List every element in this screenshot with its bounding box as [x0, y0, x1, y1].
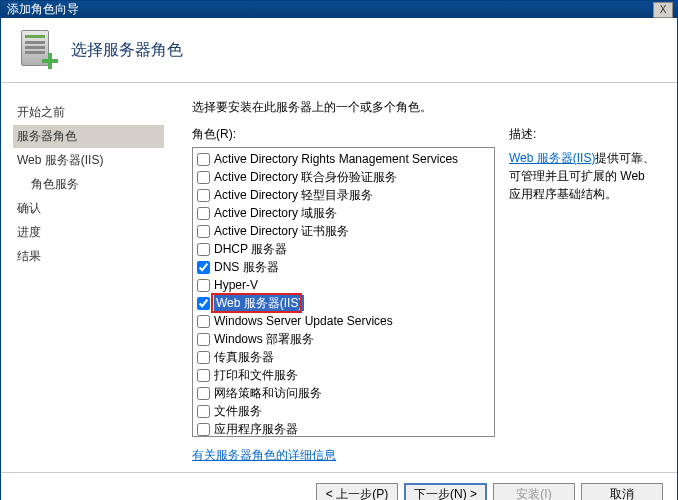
intro-text: 选择要安装在此服务器上的一个或多个角色。 [192, 99, 659, 116]
sidebar-item[interactable]: 确认 [13, 197, 164, 220]
header: 选择服务器角色 [1, 18, 677, 83]
role-item[interactable]: 打印和文件服务 [195, 366, 492, 384]
role-item[interactable]: Windows Server Update Services [195, 312, 492, 330]
role-item[interactable]: Hyper-V [195, 276, 492, 294]
role-checkbox[interactable] [197, 387, 210, 400]
prev-button[interactable]: < 上一步(P) [316, 483, 398, 500]
wizard-icon [19, 30, 59, 70]
role-checkbox[interactable] [197, 279, 210, 292]
role-item[interactable]: Active Directory 轻型目录服务 [195, 186, 492, 204]
roles-listbox[interactable]: Active Directory Rights Management Servi… [192, 147, 495, 437]
sidebar-item[interactable]: 结果 [13, 245, 164, 268]
role-item[interactable]: Active Directory 证书服务 [195, 222, 492, 240]
roles-column: 角色(R): Active Directory Rights Managemen… [192, 126, 495, 472]
role-checkbox[interactable] [197, 423, 210, 436]
role-checkbox[interactable] [197, 351, 210, 364]
role-checkbox[interactable] [197, 261, 210, 274]
description-link[interactable]: Web 服务器(IIS) [509, 151, 595, 165]
role-item[interactable]: 文件服务 [195, 402, 492, 420]
role-label: Active Directory 联合身份验证服务 [214, 169, 397, 185]
sidebar-item[interactable]: 进度 [13, 221, 164, 244]
role-checkbox[interactable] [197, 225, 210, 238]
plus-icon [41, 52, 59, 70]
cancel-button[interactable]: 取消 [581, 483, 663, 500]
role-label: Active Directory 域服务 [214, 205, 337, 221]
footer: < 上一步(P) 下一步(N) > 安装(I) 取消 [1, 472, 677, 500]
content-pane: 选择要安装在此服务器上的一个或多个角色。 角色(R): Active Direc… [176, 83, 677, 472]
role-label: Windows 部署服务 [214, 331, 314, 347]
role-item[interactable]: 网络策略和访问服务 [195, 384, 492, 402]
role-label: Windows Server Update Services [214, 313, 393, 329]
role-label: Active Directory 证书服务 [214, 223, 349, 239]
install-button: 安装(I) [493, 483, 575, 500]
page-title: 选择服务器角色 [71, 40, 183, 61]
role-checkbox[interactable] [197, 369, 210, 382]
role-checkbox[interactable] [197, 153, 210, 166]
next-button[interactable]: 下一步(N) > [404, 483, 487, 500]
columns: 角色(R): Active Directory Rights Managemen… [192, 126, 659, 472]
sidebar-item[interactable]: 开始之前 [13, 101, 164, 124]
sidebar-item[interactable]: 角色服务 [13, 173, 164, 196]
roles-label: 角色(R): [192, 126, 495, 143]
role-label: Hyper-V [214, 277, 258, 293]
description-label: 描述: [509, 126, 659, 143]
sidebar: 开始之前服务器角色Web 服务器(IIS)角色服务确认进度结果 [1, 83, 176, 472]
role-label: Web 服务器(IIS) [214, 295, 304, 311]
more-info-link[interactable]: 有关服务器角色的详细信息 [192, 447, 495, 464]
window-title: 添加角色向导 [5, 1, 653, 18]
role-label: DHCP 服务器 [214, 241, 287, 257]
role-label: DNS 服务器 [214, 259, 279, 275]
role-checkbox[interactable] [197, 243, 210, 256]
role-item[interactable]: Active Directory Rights Management Servi… [195, 150, 492, 168]
role-label: Active Directory Rights Management Servi… [214, 151, 458, 167]
role-item[interactable]: 传真服务器 [195, 348, 492, 366]
description-text: Web 服务器(IIS)提供可靠、可管理并且可扩展的 Web 应用程序基础结构。 [509, 149, 659, 203]
body: 开始之前服务器角色Web 服务器(IIS)角色服务确认进度结果 选择要安装在此服… [1, 83, 677, 472]
role-checkbox[interactable] [197, 315, 210, 328]
role-checkbox[interactable] [197, 297, 210, 310]
role-item[interactable]: Windows 部署服务 [195, 330, 492, 348]
role-checkbox[interactable] [197, 207, 210, 220]
role-label: 打印和文件服务 [214, 367, 298, 383]
wizard-window: 添加角色向导 X 选择服务器角色 开始之前服务器角色Web 服务器(IIS)角色… [0, 0, 678, 500]
sidebar-item[interactable]: Web 服务器(IIS) [13, 149, 164, 172]
role-label: Active Directory 轻型目录服务 [214, 187, 373, 203]
titlebar: 添加角色向导 X [1, 1, 677, 18]
role-item[interactable]: DHCP 服务器 [195, 240, 492, 258]
role-checkbox[interactable] [197, 171, 210, 184]
role-label: 文件服务 [214, 403, 262, 419]
close-icon: X [660, 4, 667, 15]
role-checkbox[interactable] [197, 189, 210, 202]
sidebar-item[interactable]: 服务器角色 [13, 125, 164, 148]
role-label: 应用程序服务器 [214, 421, 298, 437]
description-column: 描述: Web 服务器(IIS)提供可靠、可管理并且可扩展的 Web 应用程序基… [509, 126, 659, 472]
role-checkbox[interactable] [197, 405, 210, 418]
role-item[interactable]: Active Directory 域服务 [195, 204, 492, 222]
role-label: 传真服务器 [214, 349, 274, 365]
role-item[interactable]: DNS 服务器 [195, 258, 492, 276]
role-item[interactable]: Web 服务器(IIS) [195, 294, 492, 312]
role-item[interactable]: Active Directory 联合身份验证服务 [195, 168, 492, 186]
role-checkbox[interactable] [197, 333, 210, 346]
role-item[interactable]: 应用程序服务器 [195, 420, 492, 437]
close-button[interactable]: X [653, 2, 673, 18]
role-label: 网络策略和访问服务 [214, 385, 322, 401]
